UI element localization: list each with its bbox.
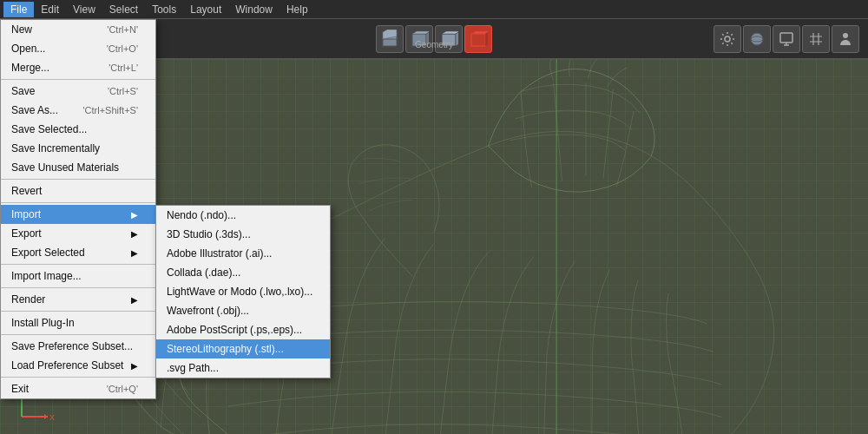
menu-save-selected[interactable]: Save Selected...: [1, 120, 155, 139]
svg-marker-10: [471, 31, 488, 34]
menu-new-shortcut: 'Ctrl+N': [107, 24, 138, 35]
svg-marker-7: [442, 31, 458, 34]
sphere-button[interactable]: [743, 25, 771, 53]
menu-revert-label: Revert: [11, 185, 42, 197]
menu-import[interactable]: Import ▶ Nendo (.ndo)... 3D Studio (.3ds…: [1, 205, 155, 224]
menubar: File Edit View Select Tools Layout Windo…: [0, 0, 868, 19]
toolbar-right-tools: [713, 25, 859, 53]
import-svg[interactable]: .svg Path...: [156, 358, 330, 378]
separator-4: [1, 264, 155, 265]
menu-tools[interactable]: Tools: [145, 2, 183, 17]
menu-save-preference-subset[interactable]: Save Preference Subset...: [1, 337, 155, 356]
svg-point-12: [725, 36, 730, 42]
svg-marker-8: [456, 31, 458, 46]
menu-window[interactable]: Window: [228, 2, 279, 17]
menu-edit[interactable]: Edit: [34, 2, 66, 17]
import-collada-label: Collada (.dae)...: [167, 266, 240, 279]
import-lightwave-label: LightWave or Modo (.lwo,.lxo)...: [167, 286, 312, 298]
menu-save-label: Save: [11, 85, 35, 97]
svg-marker-11: [485, 31, 488, 46]
menu-select[interactable]: Select: [102, 2, 145, 17]
load-preference-arrow-icon: ▶: [131, 361, 138, 371]
menu-export[interactable]: Export ▶: [1, 224, 155, 243]
menu-import-label: Import: [11, 208, 41, 220]
menu-save-as[interactable]: Save As... 'Ctrl+Shift+S': [1, 101, 155, 120]
import-ai-label: Adobe Illustrator (.ai)...: [167, 247, 272, 260]
menu-install-plugin[interactable]: Install Plug-In: [1, 313, 155, 332]
svg-marker-4: [412, 31, 429, 34]
import-3ds-label: 3D Studio (.3ds)...: [167, 228, 251, 240]
menu-revert[interactable]: Revert: [1, 181, 155, 201]
menu-load-preference-subset-label: Load Preference Subset: [11, 359, 123, 372]
import-submenu: Nendo (.ndo)... 3D Studio (.3ds)... Adob…: [155, 205, 331, 378]
grid-button[interactable]: [802, 25, 830, 53]
import-stl[interactable]: StereoLithography (.stl)...: [156, 339, 330, 358]
menu-merge[interactable]: Merge... 'Ctrl+L': [1, 58, 155, 77]
menu-export-label: Export: [11, 227, 42, 240]
menu-render[interactable]: Render ▶: [1, 290, 155, 309]
menu-merge-shortcut: 'Ctrl+L': [108, 62, 138, 73]
import-wavefront[interactable]: Wavefront (.obj)...: [156, 301, 330, 320]
import-lightwave[interactable]: LightWave or Modo (.lwo,.lxo)...: [156, 282, 330, 301]
menu-render-label: Render: [11, 293, 45, 306]
menu-help[interactable]: Help: [279, 2, 315, 17]
menu-open-label: Open...: [11, 43, 45, 55]
svg-rect-15: [780, 33, 792, 43]
file-menu-dropdown: New 'Ctrl+N' Open... 'Ctrl+O' Merge... '…: [0, 19, 156, 399]
import-collada[interactable]: Collada (.dae)...: [156, 263, 330, 282]
menu-save-unused-materials[interactable]: Save Unused Materials: [1, 158, 155, 177]
person-button[interactable]: [832, 25, 859, 53]
import-stl-label: StereoLithography (.stl)...: [167, 343, 284, 355]
menu-exit[interactable]: Exit 'Ctrl+Q': [1, 379, 155, 398]
menu-save-as-label: Save As...: [11, 104, 58, 116]
import-svg-label: .svg Path...: [167, 362, 219, 374]
menu-export-selected-label: Export Selected: [11, 247, 85, 259]
menu-save-incrementally-label: Save Incrementally: [11, 142, 100, 155]
menu-save-selected-label: Save Selected...: [11, 123, 87, 135]
render-arrow-icon: ▶: [131, 295, 138, 305]
import-arrow-icon: ▶: [131, 210, 138, 220]
menu-save-shortcut: 'Ctrl+S': [108, 86, 138, 96]
menu-export-selected[interactable]: Export Selected ▶: [1, 243, 155, 262]
separator-2: [1, 179, 155, 180]
geometry-label: Geometry: [415, 40, 453, 49]
separator-6: [1, 311, 155, 312]
svg-text:X: X: [49, 413, 55, 422]
import-ai[interactable]: Adobe Illustrator (.ai)...: [156, 244, 330, 263]
svg-point-13: [751, 33, 763, 45]
menu-open[interactable]: Open... 'Ctrl+O': [1, 39, 155, 58]
menu-save-incrementally[interactable]: Save Incrementally: [1, 139, 155, 158]
separator-3: [1, 202, 155, 203]
import-postscript-label: Adobe PostScript (.ps,.eps)...: [167, 324, 302, 336]
svg-marker-19: [44, 414, 48, 419]
file-menu: New 'Ctrl+N' Open... 'Ctrl+O' Merge... '…: [0, 19, 156, 399]
menu-view[interactable]: View: [66, 2, 102, 17]
separator-8: [1, 377, 155, 378]
menu-open-shortcut: 'Ctrl+O': [107, 43, 138, 54]
menu-exit-shortcut: 'Ctrl+Q': [107, 384, 138, 394]
import-nendo[interactable]: Nendo (.ndo)...: [156, 206, 330, 225]
display-button[interactable]: [773, 25, 800, 53]
menu-new[interactable]: New 'Ctrl+N': [1, 20, 155, 39]
menu-load-preference-subset[interactable]: Load Preference Subset ▶: [1, 356, 155, 375]
import-3ds[interactable]: 3D Studio (.3ds)...: [156, 225, 330, 244]
menu-install-plugin-label: Install Plug-In: [11, 317, 75, 329]
menu-new-label: New: [11, 23, 32, 36]
import-postscript[interactable]: Adobe PostScript (.ps,.eps)...: [156, 320, 330, 339]
toolbar-cube-top[interactable]: [376, 25, 404, 53]
export-arrow-icon: ▶: [131, 229, 138, 239]
menu-import-image-label: Import Image...: [11, 270, 82, 282]
menu-save-preference-subset-label: Save Preference Subset...: [11, 340, 133, 352]
menu-layout[interactable]: Layout: [183, 2, 228, 17]
separator-5: [1, 287, 155, 288]
menu-save-as-shortcut: 'Ctrl+Shift+S': [82, 105, 138, 115]
menu-save[interactable]: Save 'Ctrl+S': [1, 82, 155, 101]
toolbar-cube-active[interactable]: [464, 25, 492, 53]
menu-exit-label: Exit: [11, 383, 29, 395]
menu-file[interactable]: File: [3, 2, 34, 17]
settings-button[interactable]: [713, 25, 741, 53]
svg-point-16: [843, 33, 848, 38]
separator-1: [1, 79, 155, 80]
menu-merge-label: Merge...: [11, 62, 49, 74]
menu-import-image[interactable]: Import Image...: [1, 266, 155, 286]
